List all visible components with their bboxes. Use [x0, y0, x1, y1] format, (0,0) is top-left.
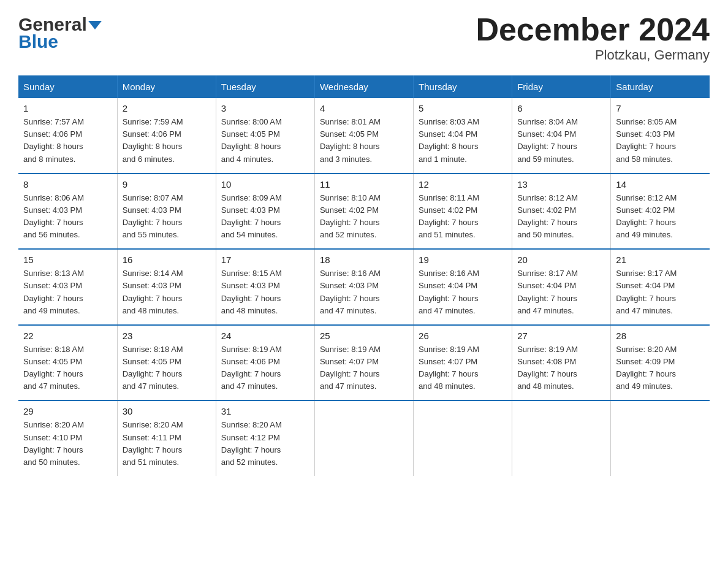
day-info: Sunrise: 8:19 AM Sunset: 4:07 PM Dayligh…: [320, 343, 408, 393]
col-friday: Friday: [512, 75, 611, 98]
day-number: 28: [616, 331, 705, 341]
col-thursday: Thursday: [414, 75, 512, 98]
day-number: 10: [221, 179, 309, 190]
col-tuesday: Tuesday: [216, 75, 314, 98]
calendar-cell: 11Sunrise: 8:10 AM Sunset: 4:02 PM Dayli…: [314, 174, 413, 250]
day-info: Sunrise: 8:05 AM Sunset: 4:03 PM Dayligh…: [616, 116, 705, 166]
calendar-subtitle: Plotzkau, Germany: [476, 47, 710, 63]
day-number: 20: [517, 255, 605, 265]
calendar-cell: 15Sunrise: 8:13 AM Sunset: 4:03 PM Dayli…: [18, 249, 117, 325]
day-info: Sunrise: 8:17 AM Sunset: 4:04 PM Dayligh…: [616, 267, 705, 317]
day-info: Sunrise: 8:12 AM Sunset: 4:02 PM Dayligh…: [616, 192, 705, 242]
calendar-cell: 10Sunrise: 8:09 AM Sunset: 4:03 PM Dayli…: [216, 174, 314, 250]
day-info: Sunrise: 7:59 AM Sunset: 4:06 PM Dayligh…: [123, 116, 211, 166]
calendar-cell: 29Sunrise: 8:20 AM Sunset: 4:10 PM Dayli…: [18, 400, 117, 476]
col-sunday: Sunday: [18, 75, 117, 98]
calendar-cell: 13Sunrise: 8:12 AM Sunset: 4:02 PM Dayli…: [512, 174, 611, 250]
day-number: 31: [221, 406, 309, 416]
day-info: Sunrise: 8:07 AM Sunset: 4:03 PM Dayligh…: [123, 192, 211, 242]
day-number: 19: [419, 255, 507, 265]
day-info: Sunrise: 8:03 AM Sunset: 4:04 PM Dayligh…: [419, 116, 507, 166]
day-info: Sunrise: 7:57 AM Sunset: 4:06 PM Dayligh…: [23, 116, 112, 166]
header-row: Sunday Monday Tuesday Wednesday Thursday…: [18, 75, 710, 98]
calendar-week-4: 22Sunrise: 8:18 AM Sunset: 4:05 PM Dayli…: [18, 325, 710, 401]
day-info: Sunrise: 8:20 AM Sunset: 4:11 PM Dayligh…: [123, 419, 211, 469]
calendar-cell: [314, 400, 413, 476]
day-info: Sunrise: 8:00 AM Sunset: 4:05 PM Dayligh…: [221, 116, 309, 166]
day-info: Sunrise: 8:18 AM Sunset: 4:05 PM Dayligh…: [23, 343, 112, 393]
day-info: Sunrise: 8:19 AM Sunset: 4:06 PM Dayligh…: [221, 343, 309, 393]
day-number: 22: [23, 331, 112, 341]
day-info: Sunrise: 8:16 AM Sunset: 4:03 PM Dayligh…: [320, 267, 408, 317]
day-info: Sunrise: 8:10 AM Sunset: 4:02 PM Dayligh…: [320, 192, 408, 242]
day-info: Sunrise: 8:20 AM Sunset: 4:09 PM Dayligh…: [616, 343, 705, 393]
day-number: 8: [23, 179, 112, 190]
calendar-header: Sunday Monday Tuesday Wednesday Thursday…: [18, 75, 710, 98]
calendar-cell: 6Sunrise: 8:04 AM Sunset: 4:04 PM Daylig…: [512, 98, 611, 174]
day-number: 13: [517, 179, 605, 190]
day-info: Sunrise: 8:14 AM Sunset: 4:03 PM Dayligh…: [123, 267, 211, 317]
calendar-cell: 8Sunrise: 8:06 AM Sunset: 4:03 PM Daylig…: [18, 174, 117, 250]
calendar-cell: 25Sunrise: 8:19 AM Sunset: 4:07 PM Dayli…: [314, 325, 413, 401]
calendar-title: December 2024: [476, 12, 710, 47]
day-info: Sunrise: 8:15 AM Sunset: 4:03 PM Dayligh…: [221, 267, 309, 317]
calendar-week-2: 8Sunrise: 8:06 AM Sunset: 4:03 PM Daylig…: [18, 174, 710, 250]
col-monday: Monday: [117, 75, 216, 98]
day-info: Sunrise: 8:09 AM Sunset: 4:03 PM Dayligh…: [221, 192, 309, 242]
day-number: 7: [616, 103, 705, 113]
page-header: General Blue December 2024 Plotzkau, Ger…: [18, 12, 710, 63]
calendar-week-5: 29Sunrise: 8:20 AM Sunset: 4:10 PM Dayli…: [18, 400, 710, 476]
day-number: 4: [320, 103, 408, 113]
calendar-cell: 20Sunrise: 8:17 AM Sunset: 4:04 PM Dayli…: [512, 249, 611, 325]
calendar-cell: 3Sunrise: 8:00 AM Sunset: 4:05 PM Daylig…: [216, 98, 314, 174]
day-info: Sunrise: 8:06 AM Sunset: 4:03 PM Dayligh…: [23, 192, 112, 242]
day-info: Sunrise: 8:11 AM Sunset: 4:02 PM Dayligh…: [419, 192, 507, 242]
calendar-cell: 5Sunrise: 8:03 AM Sunset: 4:04 PM Daylig…: [414, 98, 512, 174]
day-number: 2: [123, 103, 211, 113]
day-number: 21: [616, 255, 705, 265]
day-number: 1: [23, 103, 112, 113]
calendar-cell: 2Sunrise: 7:59 AM Sunset: 4:06 PM Daylig…: [117, 98, 216, 174]
col-saturday: Saturday: [611, 75, 710, 98]
calendar-cell: 1Sunrise: 7:57 AM Sunset: 4:06 PM Daylig…: [18, 98, 117, 174]
day-info: Sunrise: 8:20 AM Sunset: 4:10 PM Dayligh…: [23, 419, 112, 469]
day-info: Sunrise: 8:20 AM Sunset: 4:12 PM Dayligh…: [221, 419, 309, 469]
calendar-week-1: 1Sunrise: 7:57 AM Sunset: 4:06 PM Daylig…: [18, 98, 710, 174]
day-number: 18: [320, 255, 408, 265]
day-number: 14: [616, 179, 705, 190]
day-info: Sunrise: 8:13 AM Sunset: 4:03 PM Dayligh…: [23, 267, 112, 317]
day-number: 11: [320, 179, 408, 190]
logo: General Blue: [18, 12, 102, 51]
calendar-cell: 14Sunrise: 8:12 AM Sunset: 4:02 PM Dayli…: [611, 174, 710, 250]
calendar-cell: 7Sunrise: 8:05 AM Sunset: 4:03 PM Daylig…: [611, 98, 710, 174]
day-number: 24: [221, 331, 309, 341]
day-number: 30: [123, 406, 211, 416]
day-info: Sunrise: 8:04 AM Sunset: 4:04 PM Dayligh…: [517, 116, 605, 166]
day-number: 15: [23, 255, 112, 265]
calendar-table: Sunday Monday Tuesday Wednesday Thursday…: [18, 75, 710, 476]
calendar-cell: 19Sunrise: 8:16 AM Sunset: 4:04 PM Dayli…: [414, 249, 512, 325]
calendar-cell: 12Sunrise: 8:11 AM Sunset: 4:02 PM Dayli…: [414, 174, 512, 250]
calendar-cell: 26Sunrise: 8:19 AM Sunset: 4:07 PM Dayli…: [414, 325, 512, 401]
day-number: 26: [419, 331, 507, 341]
day-info: Sunrise: 8:19 AM Sunset: 4:07 PM Dayligh…: [419, 343, 507, 393]
calendar-cell: 23Sunrise: 8:18 AM Sunset: 4:05 PM Dayli…: [117, 325, 216, 401]
calendar-body: 1Sunrise: 7:57 AM Sunset: 4:06 PM Daylig…: [18, 98, 710, 476]
calendar-cell: 27Sunrise: 8:19 AM Sunset: 4:08 PM Dayli…: [512, 325, 611, 401]
day-info: Sunrise: 8:19 AM Sunset: 4:08 PM Dayligh…: [517, 343, 605, 393]
day-info: Sunrise: 8:01 AM Sunset: 4:05 PM Dayligh…: [320, 116, 408, 166]
calendar-cell: 31Sunrise: 8:20 AM Sunset: 4:12 PM Dayli…: [216, 400, 314, 476]
day-number: 27: [517, 331, 605, 341]
day-info: Sunrise: 8:18 AM Sunset: 4:05 PM Dayligh…: [123, 343, 211, 393]
calendar-week-3: 15Sunrise: 8:13 AM Sunset: 4:03 PM Dayli…: [18, 249, 710, 325]
calendar-cell: [512, 400, 611, 476]
calendar-cell: 17Sunrise: 8:15 AM Sunset: 4:03 PM Dayli…: [216, 249, 314, 325]
calendar-cell: [611, 400, 710, 476]
day-number: 5: [419, 103, 507, 113]
day-number: 29: [23, 406, 112, 416]
day-number: 6: [517, 103, 605, 113]
calendar-cell: 28Sunrise: 8:20 AM Sunset: 4:09 PM Dayli…: [611, 325, 710, 401]
day-number: 23: [123, 331, 211, 341]
col-wednesday: Wednesday: [314, 75, 413, 98]
day-number: 17: [221, 255, 309, 265]
